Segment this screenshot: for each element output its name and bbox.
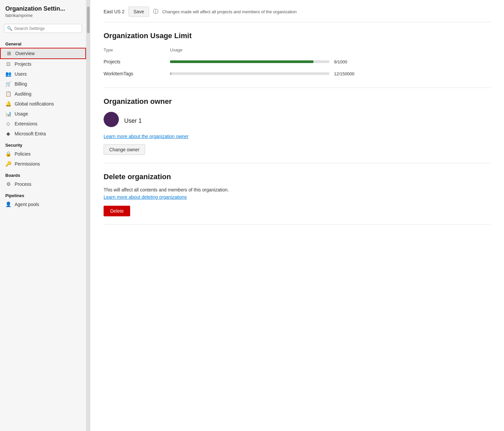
sidebar-item-permissions-label: Permissions xyxy=(15,161,40,167)
sidebar-item-notifications-label: Global notifications xyxy=(15,101,54,107)
sidebar-item-global-notifications[interactable]: 🔔 Global notifications xyxy=(0,99,86,109)
owner-row: User 1 xyxy=(104,112,491,130)
delete-description: This will affect all contents and member… xyxy=(104,187,491,192)
projects-icon: ⊡ xyxy=(5,61,11,67)
usage-limit-section: Organization Usage Limit Type Usage Proj… xyxy=(104,22,491,88)
agent-pools-icon: 👤 xyxy=(5,201,11,207)
table-row: WorkItemTags12/150000 xyxy=(104,68,491,80)
sidebar-title: Organization Settin... xyxy=(0,4,86,13)
sidebar-item-process-label: Process xyxy=(15,181,32,187)
sidebar-item-projects-label: Projects xyxy=(15,61,32,67)
sidebar-item-projects[interactable]: ⊡ Projects xyxy=(0,59,86,69)
usage-count-label: 12/150000 xyxy=(334,71,354,76)
delete-section-title: Delete organization xyxy=(104,173,491,181)
process-icon: ⚙ xyxy=(5,181,11,187)
usage-type-cell: WorkItemTags xyxy=(104,68,170,80)
security-section-label: Security xyxy=(0,139,86,149)
sidebar: Organization Settin... fabrikamprime 🔍 G… xyxy=(0,0,86,431)
learn-more-owner-link[interactable]: Learn more about the organization owner xyxy=(104,134,491,139)
general-section-label: General xyxy=(0,37,86,48)
sidebar-item-extensions[interactable]: ◇ Extensions xyxy=(0,119,86,129)
delete-button[interactable]: Delete xyxy=(104,206,130,216)
sidebar-item-permissions[interactable]: 🔑 Permissions xyxy=(0,159,86,169)
sidebar-item-policies-label: Policies xyxy=(15,151,31,157)
sidebar-item-extensions-label: Extensions xyxy=(15,121,37,126)
sidebar-item-auditing-label: Auditing xyxy=(15,91,32,97)
search-input[interactable] xyxy=(14,26,79,31)
sidebar-item-auditing[interactable]: 📋 Auditing xyxy=(0,89,86,99)
save-button[interactable]: Save xyxy=(128,7,149,17)
avatar xyxy=(104,112,119,127)
sidebar-item-users[interactable]: 👥 Users xyxy=(0,69,86,79)
sidebar-subtitle: fabrikamprime xyxy=(0,13,86,22)
sidebar-item-overview[interactable]: ⊞ Overview xyxy=(0,48,86,59)
region-label: East US 2 xyxy=(104,9,125,14)
billing-icon: 🛒 xyxy=(5,81,11,87)
users-icon: 👥 xyxy=(5,71,11,77)
boards-section-label: Boards xyxy=(0,169,86,179)
sidebar-item-usage[interactable]: 📊 Usage xyxy=(0,109,86,119)
sidebar-item-entra-label: Microsoft Entra xyxy=(15,131,46,136)
change-owner-button[interactable]: Change owner xyxy=(104,144,145,155)
sidebar-item-billing-label: Billing xyxy=(15,81,27,87)
search-icon: 🔍 xyxy=(7,26,12,31)
sidebar-item-usage-label: Usage xyxy=(15,111,28,116)
sidebar-item-overview-label: Overview xyxy=(15,51,35,56)
entra-icon: ◆ xyxy=(5,131,11,137)
notifications-icon: 🔔 xyxy=(5,101,11,107)
owner-name: User 1 xyxy=(124,117,142,124)
permissions-icon: 🔑 xyxy=(5,161,11,167)
usage-type-cell: Projects xyxy=(104,56,170,68)
search-box[interactable]: 🔍 xyxy=(4,24,82,33)
sidebar-item-process[interactable]: ⚙ Process xyxy=(0,179,86,189)
save-info-text: Changes made will affect all projects an… xyxy=(162,9,296,14)
top-bar: East US 2 Save ⓘ Changes made will affec… xyxy=(104,0,491,22)
info-icon: ⓘ xyxy=(153,8,158,15)
scrollbar[interactable] xyxy=(86,0,90,431)
usage-bar-container xyxy=(170,72,329,75)
usage-table: Type Usage Projects9/1000WorkItemTags12/… xyxy=(104,46,491,80)
col-header-type: Type xyxy=(104,46,170,56)
usage-bar-cell: 12/150000 xyxy=(170,68,491,80)
usage-bar-container xyxy=(170,60,329,63)
scrollbar-thumb[interactable] xyxy=(87,7,90,33)
pipelines-section-label: Pipelines xyxy=(0,189,86,199)
usage-icon: 📊 xyxy=(5,111,11,117)
sidebar-item-agent-pools[interactable]: 👤 Agent pools xyxy=(0,199,86,209)
usage-bar-fill xyxy=(170,72,171,75)
usage-bar-cell: 9/1000 xyxy=(170,56,491,68)
sidebar-item-agentpools-label: Agent pools xyxy=(15,202,39,207)
usage-count-label: 9/1000 xyxy=(334,59,347,64)
col-header-usage: Usage xyxy=(170,46,491,56)
sidebar-item-microsoft-entra[interactable]: ◆ Microsoft Entra xyxy=(0,129,86,139)
overview-icon: ⊞ xyxy=(6,50,12,56)
owner-section: Organization owner User 1 Learn more abo… xyxy=(104,88,491,163)
sidebar-item-users-label: Users xyxy=(15,71,27,77)
delete-learn-more-link[interactable]: Learn more about deleting organizations xyxy=(104,194,491,200)
delete-section: Delete organization This will affect all… xyxy=(104,163,491,225)
sidebar-item-billing[interactable]: 🛒 Billing xyxy=(0,79,86,89)
extensions-icon: ◇ xyxy=(5,121,11,127)
sidebar-item-policies[interactable]: 🔒 Policies xyxy=(0,149,86,159)
owner-section-title: Organization owner xyxy=(104,97,491,106)
main-content: East US 2 Save ⓘ Changes made will affec… xyxy=(90,0,504,431)
policies-icon: 🔒 xyxy=(5,151,11,157)
usage-limit-title: Organization Usage Limit xyxy=(104,32,491,40)
auditing-icon: 📋 xyxy=(5,91,11,97)
table-row: Projects9/1000 xyxy=(104,56,491,68)
usage-bar-fill xyxy=(170,60,313,63)
